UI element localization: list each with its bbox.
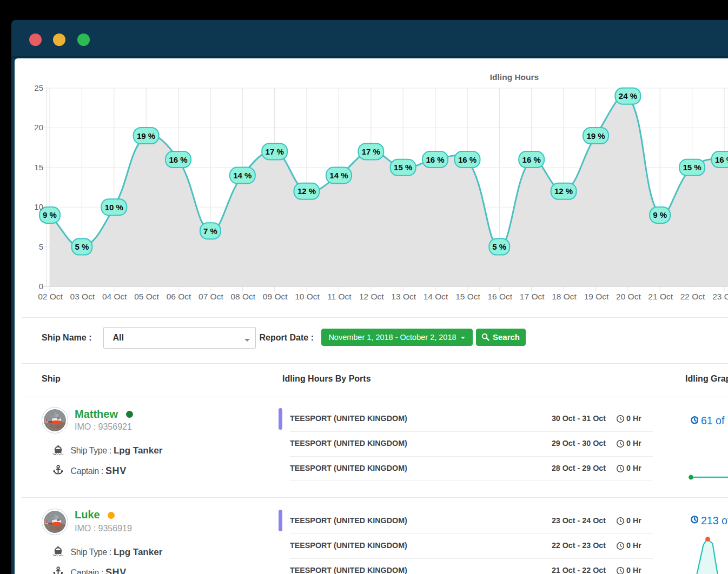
svg-text:16 %: 16 %	[715, 155, 728, 164]
svg-text:16 %: 16 %	[458, 155, 476, 164]
svg-text:7 %: 7 %	[203, 226, 217, 236]
svg-text:16 %: 16 %	[522, 155, 541, 164]
svg-text:17 %: 17 %	[362, 147, 380, 156]
svg-text:12 %: 12 %	[554, 186, 573, 196]
svg-text:9 %: 9 %	[653, 210, 667, 219]
svg-text:9 %: 9 %	[43, 210, 57, 219]
svg-text:16 %: 16 %	[169, 155, 187, 164]
svg-text:24 %: 24 %	[619, 91, 637, 101]
svg-text:5 %: 5 %	[75, 242, 89, 251]
svg-text:10 %: 10 %	[105, 203, 123, 212]
svg-text:14 %: 14 %	[233, 171, 252, 180]
svg-text:5 %: 5 %	[492, 242, 506, 251]
svg-text:16 %: 16 %	[426, 155, 444, 164]
svg-text:14 %: 14 %	[329, 171, 348, 180]
svg-text:12 %: 12 %	[297, 186, 316, 196]
svg-text:15 %: 15 %	[683, 163, 701, 172]
svg-text:19 %: 19 %	[586, 131, 605, 141]
svg-text:15 %: 15 %	[394, 163, 412, 172]
svg-text:17 %: 17 %	[266, 147, 284, 156]
svg-text:19 %: 19 %	[137, 131, 155, 141]
